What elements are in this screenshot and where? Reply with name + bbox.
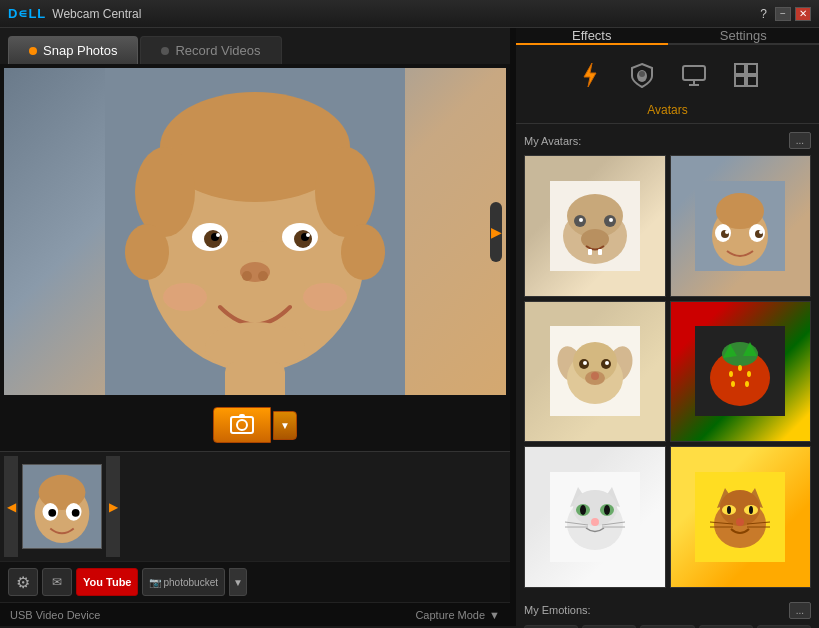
svg-point-89 — [591, 518, 599, 526]
svg-point-79 — [745, 381, 749, 387]
thumbnail-image — [23, 465, 101, 548]
svg-point-66 — [583, 361, 587, 365]
minimize-button[interactable]: − — [775, 7, 791, 21]
photobucket-icon: 📷 — [149, 577, 161, 588]
svg-point-28 — [48, 509, 56, 517]
puppy-avatar-image — [550, 326, 640, 416]
thumbnail-baby-svg — [23, 464, 101, 549]
emotion-meh[interactable]: 😐 — [640, 625, 694, 629]
share-photobucket-dropdown[interactable]: ▼ — [229, 568, 247, 596]
share-bar: ⚙ ✉ You Tube 📷 photobucket ▼ — [0, 561, 510, 602]
my-avatars-label: My Avatars: — [524, 135, 581, 147]
emotion-sad[interactable]: 😞 — [699, 625, 753, 629]
capture-mode-arrow: ▼ — [489, 609, 500, 621]
baby-avatar-image — [695, 181, 785, 271]
svg-point-15 — [306, 233, 310, 237]
svg-point-87 — [580, 505, 586, 515]
cat2-avatar-image — [695, 472, 785, 562]
avatars-header: My Avatars: ... — [524, 132, 811, 149]
camera-scrollbar[interactable]: ▶ — [490, 202, 502, 262]
avatar-cat2[interactable] — [670, 446, 812, 588]
svg-rect-49 — [598, 249, 602, 255]
scrollbar-arrow: ▶ — [491, 224, 502, 240]
svg-point-4 — [135, 147, 195, 237]
tab-record-videos[interactable]: Record Videos — [140, 36, 281, 64]
capture-button[interactable] — [213, 407, 271, 443]
photobucket-label: photobucket — [163, 577, 218, 588]
camera-icon — [230, 416, 254, 434]
capture-controls: ▼ — [0, 399, 510, 451]
svg-point-69 — [591, 372, 599, 380]
svg-point-25 — [39, 475, 86, 510]
tab-settings[interactable]: Settings — [668, 28, 820, 45]
monitor-icon — [680, 61, 708, 89]
emotion-cool[interactable]: 😎 — [757, 625, 811, 629]
emotions-more-button[interactable]: ... — [789, 602, 811, 619]
globe-icon: ⚙ — [16, 573, 30, 592]
avatar-cat1[interactable] — [524, 446, 666, 588]
strip-prev-button[interactable]: ◀ — [4, 456, 18, 557]
status-bar: USB Video Device Capture Mode ▼ — [0, 602, 510, 626]
svg-point-45 — [579, 218, 583, 222]
svg-rect-38 — [735, 76, 745, 86]
window-controls: − ✕ — [775, 7, 811, 21]
svg-rect-22 — [225, 362, 285, 396]
avatars-section: My Avatars: ... — [516, 132, 819, 598]
svg-rect-48 — [588, 249, 592, 255]
baby-face-svg — [105, 68, 405, 395]
avatar-puppy[interactable] — [524, 301, 666, 443]
effect-frames-button[interactable] — [728, 57, 764, 93]
share-email-button[interactable]: ✉ — [42, 568, 72, 596]
svg-point-76 — [738, 365, 742, 371]
avatar-grid — [524, 155, 811, 588]
effect-monitor-button[interactable] — [676, 57, 712, 93]
avatar-baby[interactable] — [670, 155, 812, 297]
share-globe-button[interactable]: ⚙ — [8, 568, 38, 596]
fruit-avatar-image — [695, 326, 785, 416]
share-youtube-button[interactable]: You Tube — [76, 568, 138, 596]
frames-icon — [732, 61, 760, 89]
close-button[interactable]: ✕ — [795, 7, 811, 21]
svg-point-47 — [581, 229, 609, 249]
thumbnail-strip: ◀ ▶ — [0, 451, 510, 561]
section-label: Avatars — [516, 101, 819, 124]
strip-next-button[interactable]: ▶ — [106, 456, 120, 557]
tab-bar: Snap Photos Record Videos — [0, 28, 510, 64]
capture-mode-dropdown[interactable]: Capture Mode ▼ — [415, 609, 500, 621]
avatar-fruit[interactable] — [670, 301, 812, 443]
svg-point-103 — [736, 518, 744, 526]
effect-paint-button[interactable] — [572, 57, 608, 93]
tab-dot-record — [161, 47, 169, 55]
title-bar: D∊LL Webcam Central ? − ✕ — [0, 0, 819, 28]
avatar-bulldog[interactable] — [524, 155, 666, 297]
svg-rect-36 — [735, 64, 745, 74]
tab-dot-snap — [29, 47, 37, 55]
effects-icon-bar — [516, 45, 819, 101]
email-icon: ✉ — [52, 575, 62, 589]
capture-dropdown-button[interactable]: ▼ — [273, 411, 297, 440]
camera-view: ▶ — [4, 68, 506, 395]
svg-rect-37 — [747, 64, 757, 74]
thumbnail-item[interactable] — [22, 464, 102, 549]
emotion-laugh[interactable]: 😄 — [524, 625, 578, 629]
share-photobucket-button[interactable]: 📷 photobucket — [142, 568, 225, 596]
svg-point-57 — [725, 230, 729, 234]
app-title: Webcam Central — [52, 7, 760, 21]
svg-point-77 — [747, 371, 751, 377]
tab-effects[interactable]: Effects — [516, 28, 668, 45]
my-emotions-label: My Emotions: — [524, 604, 591, 616]
right-tab-bar: Effects Settings — [516, 28, 819, 45]
svg-point-75 — [729, 371, 733, 377]
youtube-label: You Tube — [83, 576, 131, 588]
effect-avatar-button[interactable] — [624, 57, 660, 93]
device-status: USB Video Device — [10, 609, 100, 621]
svg-rect-33 — [683, 66, 705, 80]
shield-icon — [628, 61, 656, 89]
emotions-section: My Emotions: ... 😄 😁 😐 😞 😎 😉 😛 😤 😵 😊 😈 — [516, 602, 819, 629]
svg-point-5 — [315, 147, 375, 237]
svg-point-67 — [605, 361, 609, 365]
help-button[interactable]: ? — [760, 7, 767, 21]
emotion-grin[interactable]: 😁 — [582, 625, 636, 629]
avatars-more-button[interactable]: ... — [789, 132, 811, 149]
tab-snap-photos[interactable]: Snap Photos — [8, 36, 138, 64]
